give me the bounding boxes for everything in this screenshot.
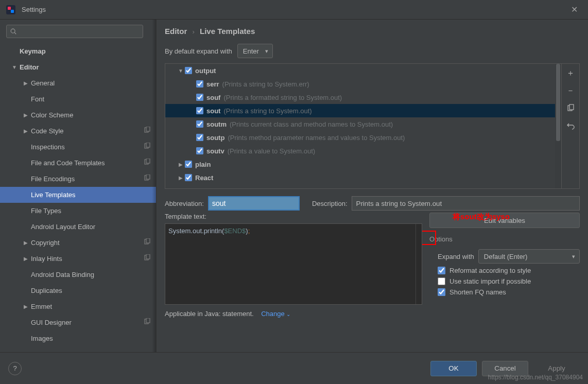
template-name: soutm (206, 120, 227, 128)
add-icon[interactable]: ＋ (564, 67, 577, 79)
expand-with-label: Expand with (438, 253, 474, 260)
chevron-icon: ▶ (21, 128, 31, 134)
template-desc: (Prints a value to System.out) (228, 147, 316, 155)
template-row-output[interactable]: ▼output (165, 64, 561, 77)
sidebar-item-label: File and Code Templates (31, 159, 105, 167)
template-checkbox[interactable] (185, 67, 192, 74)
scrollbar[interactable] (416, 224, 422, 304)
option-checkbox[interactable] (438, 267, 445, 274)
copy-icon[interactable] (564, 102, 577, 114)
template-row-plain[interactable]: ▶plain (165, 158, 561, 171)
sidebar-item-file-types[interactable]: File Types (0, 203, 156, 219)
change-link[interactable]: Change ⌄ (261, 310, 290, 318)
template-checkbox[interactable] (196, 120, 203, 128)
svg-rect-5 (146, 143, 150, 147)
template-row-React[interactable]: ▶React (165, 171, 561, 184)
sidebar-item-label: Live Templates (31, 191, 75, 199)
description-label: Description: (312, 200, 348, 207)
sidebar: Keymap▼Editor▶GeneralFont▶Color Scheme▶C… (0, 20, 157, 352)
template-checkbox[interactable] (196, 80, 203, 88)
template-row-soutm[interactable]: soutm(Prints current class and method na… (165, 117, 561, 131)
help-icon[interactable]: ? (8, 362, 22, 375)
template-checkbox[interactable] (196, 94, 203, 101)
description-input[interactable] (352, 196, 580, 211)
sidebar-item-label: Inlay Hints (31, 255, 62, 263)
chevron-icon: ▶ (21, 240, 31, 246)
svg-rect-7 (146, 159, 150, 163)
content-panel: Editor › Live Templates By default expan… (157, 20, 588, 352)
sidebar-item-images[interactable]: Images (0, 330, 156, 346)
edit-variables-button[interactable]: Edit variables (429, 213, 580, 228)
sidebar-item-android-data-binding[interactable]: Android Data Binding (0, 267, 156, 283)
svg-rect-11 (146, 238, 150, 243)
template-row-soutv[interactable]: soutv(Prints a value to System.out) (165, 144, 561, 158)
template-checkbox[interactable] (185, 161, 192, 168)
template-checkbox[interactable] (185, 174, 192, 181)
option-row: Shorten FQ names (429, 288, 580, 296)
template-checkbox[interactable] (196, 147, 203, 154)
option-checkbox[interactable] (438, 288, 445, 296)
option-label: Shorten FQ names (449, 288, 506, 296)
template-row-sout[interactable]: sout(Prints a string to System.out) (165, 104, 561, 117)
sidebar-item-label: File Encodings (31, 175, 75, 183)
expand-label: By default expand with (165, 47, 232, 55)
option-checkbox[interactable] (438, 277, 445, 285)
sidebar-item-color-scheme[interactable]: ▶Color Scheme (0, 107, 156, 123)
undo-icon[interactable] (564, 119, 577, 132)
sidebar-item-file-and-code-templates[interactable]: File and Code Templates (0, 155, 156, 171)
breadcrumb: Editor › Live Templates (157, 27, 588, 40)
sidebar-item-live-templates[interactable]: Live Templates (0, 187, 156, 203)
scrollbar[interactable] (555, 64, 561, 188)
sidebar-item-file-encodings[interactable]: File Encodings (0, 171, 156, 187)
remove-icon[interactable]: － (564, 84, 577, 97)
sidebar-item-editor[interactable]: ▼Editor (0, 59, 156, 75)
template-row-soutp[interactable]: soutp(Prints method parameter names and … (165, 131, 561, 144)
sidebar-item-label: Inspections (31, 143, 65, 151)
template-tree[interactable]: ▼outputserr(Prints a string to System.er… (165, 63, 561, 189)
search-icon (10, 28, 17, 35)
chevron-icon: ▼ (9, 64, 20, 70)
sidebar-item-label: Images (31, 335, 53, 342)
template-checkbox[interactable] (196, 134, 203, 141)
ok-button[interactable]: OK (430, 361, 477, 376)
svg-point-0 (11, 29, 15, 33)
chevron-down-icon: ⌄ (286, 311, 290, 317)
sidebar-item-font[interactable]: Font (0, 91, 156, 107)
sidebar-item-duplicates[interactable]: Duplicates (0, 283, 156, 299)
template-name: plain (195, 161, 211, 168)
template-checkbox[interactable] (196, 107, 203, 114)
chevron-icon: ▶ (21, 256, 31, 261)
config-icon (144, 174, 151, 183)
sidebar-item-inspections[interactable]: Inspections (0, 139, 156, 155)
sidebar-item-keymap[interactable]: Keymap (0, 43, 156, 59)
sidebar-item-copyright[interactable]: ▶Copyright (0, 235, 156, 251)
cancel-button[interactable]: Cancel (482, 361, 528, 376)
sidebar-item-label: File Types (31, 207, 61, 215)
expand-with-combo[interactable]: Default (Enter) (478, 249, 580, 264)
sidebar-item-general[interactable]: ▶General (0, 75, 156, 91)
template-desc: (Prints a string to System.out) (223, 107, 312, 115)
app-icon (6, 5, 15, 14)
apply-button[interactable]: Apply (533, 361, 580, 376)
template-desc: (Prints current class and method names t… (230, 120, 393, 128)
sidebar-item-label: Duplicates (31, 287, 62, 294)
abbreviation-input[interactable] (208, 196, 300, 211)
sidebar-item-code-style[interactable]: ▶Code Style (0, 123, 156, 139)
template-row-souf[interactable]: souf(Prints a formatted string to System… (165, 91, 561, 104)
close-icon[interactable]: ✕ (567, 3, 582, 16)
template-text-area[interactable]: System.out.println($END$); (165, 223, 422, 305)
search-input[interactable] (6, 25, 143, 38)
sidebar-item-label: Code Style (31, 127, 64, 135)
sidebar-item-gui-designer[interactable]: GUI Designer (0, 315, 156, 330)
breadcrumb-root[interactable]: Editor (165, 27, 187, 36)
sidebar-item-android-layout-editor[interactable]: Android Layout Editor (0, 219, 156, 235)
sidebar-item-emmet[interactable]: ▶Emmet (0, 299, 156, 315)
config-icon (144, 143, 151, 151)
svg-rect-9 (146, 174, 150, 179)
template-desc: (Prints method parameter names and value… (228, 134, 405, 142)
sidebar-item-inlay-hints[interactable]: ▶Inlay Hints (0, 251, 156, 267)
expand-combo[interactable]: Enter (237, 44, 273, 58)
template-row-serr[interactable]: serr(Prints a string to System.err) (165, 77, 561, 91)
sidebar-item-label: Editor (20, 63, 39, 71)
config-icon (144, 238, 151, 247)
